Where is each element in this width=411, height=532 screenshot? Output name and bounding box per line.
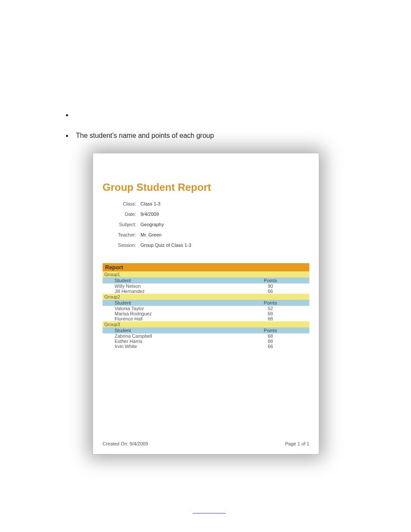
meta-row-class: Class: Class 1-3: [103, 201, 309, 206]
meta-row-teacher: Teacher: Mr. Green: [103, 232, 309, 237]
bullet-text: The student's name and points of each gr…: [76, 132, 214, 139]
meta-value: Group Quiz of Class 1-3: [140, 243, 191, 248]
table-row: Valonia Taylor52: [103, 306, 309, 311]
col-points: Points: [231, 278, 309, 283]
bullet-list: The student's name and points of each gr…: [56, 110, 214, 152]
meta-row-date: Date: 9/4/2009: [103, 212, 309, 217]
groups-container: Group1StudentPointsWilly Nelson90Jill He…: [103, 271, 309, 349]
student-points: 88: [231, 339, 309, 344]
report-footer: Created On: 9/4/2009 Page 1 of 1: [103, 441, 309, 446]
student-name: Esther Harris: [103, 339, 231, 344]
bullet-item: [73, 110, 214, 119]
col-student: Student: [103, 328, 231, 333]
student-name: Valonia Taylor: [103, 306, 231, 311]
meta-value: 9/4/2009: [140, 212, 159, 217]
created-label: Created On:: [103, 441, 128, 446]
student-name: Zabrina Campbell: [103, 333, 231, 339]
meta-label: Session:: [103, 243, 140, 248]
student-points: 88: [231, 316, 309, 321]
meta-label: Teacher:: [103, 232, 140, 237]
report-title: Group Student Report: [103, 181, 309, 193]
meta-label: Class:: [103, 201, 140, 206]
student-name: Willy Nelson: [103, 283, 231, 289]
spacer: [103, 349, 309, 441]
meta-value: Class 1-3: [140, 201, 160, 206]
table-row: Esther Harris88: [103, 339, 309, 344]
col-points: Points: [231, 328, 309, 333]
section-header: Report: [103, 263, 309, 271]
table-row: Marisa Rodriguez68: [103, 311, 309, 316]
group-name: Group3: [103, 321, 309, 327]
meta-value: Geography: [140, 222, 164, 227]
table-row: Zabrina Campbell68: [103, 333, 309, 339]
student-points: 90: [231, 283, 309, 289]
student-points: 66: [231, 289, 309, 294]
table-row: Florence Hall88: [103, 316, 309, 321]
report-meta: Class: Class 1-3 Date: 9/4/2009 Subject:…: [103, 201, 309, 253]
column-header: StudentPoints: [103, 300, 309, 306]
report-sheet-container: Group Student Report Class: Class 1-3 Da…: [93, 153, 319, 454]
meta-value: Mr. Green: [140, 232, 162, 237]
hyperlink-underline: [193, 513, 226, 513]
created-value: 9/4/2009: [130, 441, 148, 446]
col-points: Points: [231, 300, 309, 305]
meta-label: Subject:: [103, 222, 140, 227]
student-name: Jill Hernandez: [103, 289, 231, 294]
student-points: 52: [231, 306, 309, 311]
report-sheet: Group Student Report Class: Class 1-3 Da…: [93, 153, 319, 454]
student-name: Florence Hall: [103, 316, 231, 321]
bullet-item: The student's name and points of each gr…: [73, 131, 214, 140]
page-indicator: Page 1 of 1: [285, 441, 309, 446]
student-name: Irvin White: [103, 344, 231, 349]
group-name: Group1: [103, 271, 309, 277]
col-student: Student: [103, 278, 231, 283]
table-row: Irvin White66: [103, 344, 309, 349]
column-header: StudentPoints: [103, 277, 309, 283]
table-row: Willy Nelson90: [103, 283, 309, 289]
meta-row-session: Session: Group Quiz of Class 1-3: [103, 243, 309, 248]
student-name: Marisa Rodriguez: [103, 311, 231, 316]
meta-row-subject: Subject: Geography: [103, 222, 309, 227]
created-on: Created On: 9/4/2009: [103, 441, 148, 446]
table-row: Jill Hernandez66: [103, 289, 309, 294]
student-points: 68: [231, 333, 309, 339]
student-points: 68: [231, 311, 309, 316]
document-page: The student's name and points of each gr…: [0, 0, 411, 532]
column-header: StudentPoints: [103, 327, 309, 333]
col-student: Student: [103, 300, 231, 305]
meta-label: Date:: [103, 212, 140, 217]
group-name: Group2: [103, 294, 309, 300]
student-points: 66: [231, 344, 309, 349]
